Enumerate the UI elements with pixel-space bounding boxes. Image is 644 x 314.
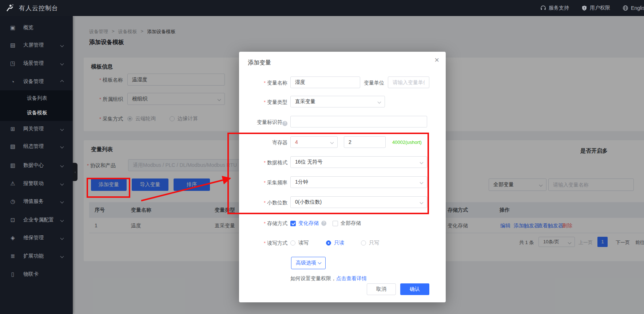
var-type-select[interactable]: 直采变量 (290, 96, 385, 107)
sidebar-item-label: 场景管理 (23, 60, 44, 67)
usr-logo-icon (6, 4, 14, 12)
alarm-icon: ⚠ (9, 180, 16, 187)
sim-card-icon: ▯ (9, 271, 16, 278)
sidebar-item-label: 设备列表 (27, 95, 47, 102)
monitor-code-icon: ⊡ (9, 217, 16, 223)
modal-title: 添加变量 (248, 59, 271, 67)
sidebar-item-data-center[interactable]: ▥数据中心 (0, 157, 73, 173)
sidebar-item-enterprise[interactable]: ⊡企业专属配置 (0, 212, 73, 228)
chevron-down-icon (420, 201, 424, 204)
advanced-options-button[interactable]: 高级选项 (291, 257, 326, 269)
sidebar-item-label: 大屏管理 (23, 42, 44, 48)
register-fn-select[interactable]: 4 (290, 136, 338, 148)
shield-check-icon: ◈ (9, 235, 16, 241)
data-format-select[interactable]: 16位 无符号 (290, 156, 427, 168)
var-identifier-input[interactable] (290, 116, 427, 127)
button-label: 高级选项 (296, 260, 316, 266)
radio-read-only[interactable] (326, 240, 331, 246)
chevron-down-icon (420, 161, 424, 164)
select-value: 4 (295, 139, 298, 145)
register-hint: 40002(ushort) (392, 140, 422, 145)
sidebar-item-label: 物联卡 (23, 271, 39, 278)
chevron-down-icon (420, 181, 424, 184)
radio-read-write[interactable] (290, 240, 295, 246)
sidebar-item-vas[interactable]: ◷增值服务 (0, 193, 73, 209)
var-name-input[interactable] (290, 76, 360, 88)
cancel-button[interactable]: 取消 (367, 283, 396, 295)
brand-title: 有人云控制台 (19, 4, 58, 12)
checkbox-label: 全部存储 (341, 220, 361, 227)
chevron-down-icon (330, 141, 334, 144)
help-icon[interactable]: ? (282, 121, 287, 126)
sidebar-item-label: 报警联动 (23, 180, 44, 187)
sidebar: ▣概览 ▤大屏管理 ◳场景管理 ◔设备管理 设备列表 设备模板 ⊞网关管理 ▧组… (0, 16, 73, 314)
chevron-down-icon (60, 254, 64, 258)
app-root: 有人云控制台 服务支持 用户权限 English ▣概览 ▤大屏管理 ◳场景管理… (0, 0, 644, 314)
chevron-down-icon (60, 43, 64, 47)
chevron-down-icon (318, 261, 322, 264)
sidebar-item-scenes[interactable]: ◳场景管理 (0, 55, 73, 71)
sidebar-item-device-template[interactable]: 设备模板 (0, 106, 73, 120)
sidebar-item-label: 组态管理 (23, 143, 44, 150)
topbar-item-permission[interactable]: 用户权限 (581, 5, 610, 11)
sidebar-item-screens[interactable]: ▤大屏管理 (0, 37, 73, 53)
radio-write-only[interactable] (361, 240, 366, 246)
headset-icon (540, 5, 546, 11)
frequency-select[interactable]: 1分钟 (290, 176, 427, 188)
bar-chart-icon: ▥ (9, 162, 16, 169)
overview-icon: ▣ (9, 24, 16, 31)
sidebar-item-label: 扩展功能 (23, 253, 44, 259)
sidebar-item-label: 维保管理 (23, 235, 44, 241)
rw-mode-options: 读写 只读 只写 (290, 240, 379, 246)
chevron-down-icon (60, 127, 64, 131)
var-unit-input[interactable] (388, 76, 429, 88)
register-address-input[interactable] (344, 136, 386, 148)
image-icon: ▧ (9, 143, 16, 150)
sidebar-item-iot-card[interactable]: ▯物联卡 (0, 266, 73, 282)
var-type-label: 变量类型 (239, 99, 287, 106)
cube-icon: ◳ (9, 60, 16, 67)
sidebar-item-devices[interactable]: ◔设备管理 (0, 74, 73, 90)
sidebar-item-label: 设备管理 (23, 78, 44, 85)
sidebar-item-label: 网关管理 (23, 126, 44, 132)
chevron-down-icon (60, 200, 64, 203)
pie-icon: ◔ (9, 79, 16, 85)
sidebar-item-scada[interactable]: ▧组态管理 (0, 138, 73, 154)
var-unit-label: 变量单位 (364, 80, 384, 86)
help-icon[interactable]: ? (321, 221, 326, 226)
var-name-label: 变量名称 (239, 80, 287, 86)
sidebar-item-alarm[interactable]: ⚠报警联动 (0, 176, 73, 192)
sidebar-item-gateways[interactable]: ⊞网关管理 (0, 121, 73, 137)
radio-label: 只读 (334, 240, 344, 246)
add-variable-modal: 添加变量 × 变量名称 变量单位 变量类型 直采变量 变量标识符? 寄存器 4 … (239, 52, 446, 302)
label-text: 变量标识符 (257, 119, 282, 125)
globe-icon (623, 5, 628, 11)
topbar-item-label: 用户权限 (590, 5, 610, 11)
sidebar-item-overview[interactable]: ▣概览 (0, 20, 73, 36)
checkbox-label: 变化存储 (298, 220, 319, 227)
gateway-icon: ⊞ (9, 126, 16, 132)
topbar-item-language[interactable]: English (623, 5, 644, 11)
topbar-menu: 服务支持 用户权限 English (540, 5, 644, 11)
topbar-item-label: 服务支持 (549, 5, 569, 11)
help-text: 如何设置变量权限， (290, 275, 336, 281)
sidebar-item-extensions[interactable]: ≣扩展功能 (0, 248, 73, 264)
checkbox-full-storage[interactable] (333, 221, 338, 226)
clock-icon: ◷ (9, 198, 16, 205)
sidebar-item-maintenance[interactable]: ◈维保管理 (0, 230, 73, 246)
decimals-select[interactable]: 0(小数位数) (290, 196, 427, 208)
topbar-item-support[interactable]: 服务支持 (540, 5, 569, 11)
sidebar-item-device-list[interactable]: 设备列表 (0, 91, 73, 106)
radio-label: 读写 (298, 240, 309, 246)
view-details-link[interactable]: 点击查看详情 (336, 275, 367, 281)
select-value: 1分钟 (295, 179, 308, 185)
confirm-button[interactable]: 确认 (400, 283, 429, 295)
checkbox-change-storage[interactable] (290, 221, 296, 226)
close-icon[interactable]: × (434, 55, 439, 65)
chevron-down-icon (60, 145, 64, 148)
permission-help: 如何设置变量权限，点击查看详情 (290, 275, 367, 282)
sidebar-item-label: 概览 (23, 24, 33, 31)
select-value: 0(小数位数) (295, 199, 322, 205)
sidebar-item-label: 增值服务 (23, 198, 44, 205)
register-label: 寄存器 (239, 140, 287, 146)
